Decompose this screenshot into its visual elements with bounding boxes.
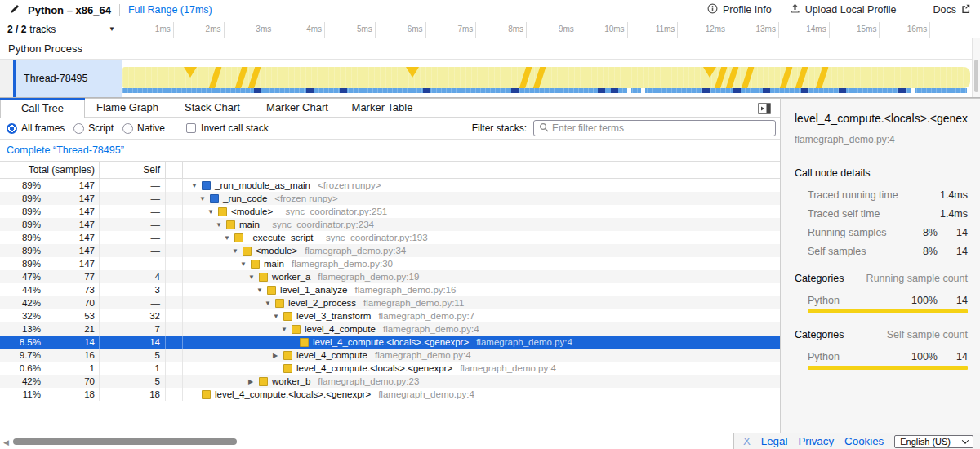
full-range-button[interactable]: Full Range (17ms): [128, 4, 212, 16]
row-tree-cell: level_4_compute.<locals>.<genexpr>flameg…: [183, 388, 780, 401]
tab-flame-graph[interactable]: Flame Graph: [85, 99, 170, 118]
samples-strip[interactable]: [122, 88, 967, 93]
tree-row[interactable]: 89%147—▼<module>flamegraph_demo.py:34: [0, 244, 780, 257]
footer-link-legal[interactable]: Legal: [761, 435, 788, 447]
track-marker-slash: [741, 67, 755, 88]
row-total-count: 1: [45, 362, 100, 375]
row-self: 5: [100, 375, 166, 388]
row-total-percent: 89%: [0, 257, 45, 270]
detail-value: 14: [938, 227, 968, 238]
expander-collapsed-icon[interactable]: ▶: [273, 352, 283, 359]
expander-expanded-icon[interactable]: ▼: [248, 273, 259, 281]
footer-close-button[interactable]: X: [743, 435, 751, 447]
tab-call-tree[interactable]: Call Tree: [0, 99, 85, 118]
category-square-icon: [300, 338, 309, 347]
docs-button[interactable]: Docs: [933, 4, 970, 16]
tree-row[interactable]: 89%147—▼<module>_sync_coordinator.py:251: [0, 205, 780, 218]
category-square-icon: [267, 286, 276, 295]
tab-marker-table[interactable]: Marker Table: [340, 99, 425, 118]
detail-label: Traced running time: [808, 189, 900, 201]
row-total-count: 14: [45, 336, 100, 349]
tab-marker-chart[interactable]: Marker Chart: [255, 99, 340, 118]
filter-stacks-input[interactable]: [552, 122, 770, 134]
tracks-dropdown-button[interactable]: 2 / 2 tracks ▼: [0, 20, 122, 38]
tree-row[interactable]: 13%217▼level_4_computeflamegraph_demo.py…: [0, 322, 780, 336]
expander-expanded-icon[interactable]: ▼: [224, 234, 234, 242]
sidebar-toggle-icon[interactable]: [758, 102, 771, 114]
expander-expanded-icon[interactable]: ▼: [191, 182, 202, 189]
sample-dark-segment: [598, 88, 605, 93]
expander-expanded-icon[interactable]: ▼: [199, 195, 210, 202]
header-divider: [119, 4, 120, 16]
expander-expanded-icon[interactable]: ▼: [207, 208, 218, 216]
thread-track[interactable]: Thread-78495: [0, 60, 980, 97]
detail-value: 1.4ms: [938, 189, 968, 201]
scroll-left-icon[interactable]: ◀: [3, 438, 9, 447]
radio-script[interactable]: Script: [74, 122, 114, 134]
tree-row[interactable]: 47%774▼worker_aflamegraph_demo.py:19: [0, 270, 780, 283]
row-tree-cell: ▼worker_aflamegraph_demo.py:19: [183, 270, 780, 283]
tracks-vertical-scrollbar[interactable]: [972, 38, 980, 97]
detail-value: 1.4ms: [938, 208, 968, 220]
activity-band[interactable]: [122, 67, 970, 88]
tree-row[interactable]: 89%147—▼_execute_script_sync_coordinator…: [0, 231, 780, 244]
profile-name[interactable]: Python – x86_64: [28, 4, 111, 16]
row-tree-cell: ▼<module>_sync_coordinator.py:251: [183, 205, 780, 218]
profile-info-button[interactable]: Profile Info: [707, 3, 772, 16]
tree-row[interactable]: 8.5%1414level_4_compute.<locals>.<genexp…: [0, 336, 780, 349]
tree-row[interactable]: 44%733▼level_1_analyzeflamegraph_demo.py…: [0, 283, 780, 296]
horizontal-scrollbar[interactable]: ◀: [0, 438, 780, 447]
expander-collapsed-icon[interactable]: ▶: [248, 378, 259, 385]
edit-profile-name-icon[interactable]: [10, 2, 20, 17]
tree-row[interactable]: 89%147—▼_run_module_as_main<frozen runpy…: [0, 179, 780, 192]
row-tree-cell: ▼_run_module_as_main<frozen runpy>: [183, 179, 780, 192]
tree-row[interactable]: 89%147—▼mainflamegraph_demo.py:30: [0, 257, 780, 270]
expander-expanded-icon[interactable]: ▼: [265, 300, 275, 307]
tree-row[interactable]: 0.6%11level_4_compute.<locals>.<genexpr>…: [0, 362, 780, 375]
radio-all-frames[interactable]: All frames: [7, 122, 65, 134]
vertical-scrollbar-thumb[interactable]: [974, 60, 978, 92]
tree-row[interactable]: 42%70—▼level_2_processflamegraph_demo.py…: [0, 296, 780, 309]
expander-expanded-icon[interactable]: ▼: [216, 221, 226, 229]
tab-stack-chart[interactable]: Stack Chart: [170, 99, 255, 118]
tree-row[interactable]: 89%147—▼main_sync_coordinator.py:234: [0, 218, 780, 231]
detail-row: Traced running time 1.4ms: [808, 189, 968, 201]
breadcrumb-complete-thread[interactable]: Complete “Thread-78495”: [7, 144, 124, 156]
row-icon-cell: [166, 179, 183, 192]
tree-row[interactable]: 11%1818level_4_compute.<locals>.<genexpr…: [0, 388, 780, 401]
tree-row[interactable]: 9.7%165▶level_4_computeflamegraph_demo.p…: [0, 349, 780, 362]
tree-row[interactable]: 32%5332▼level_3_transformflamegraph_demo…: [0, 309, 780, 322]
call-node-details-header: Call node details: [795, 167, 968, 179]
horizontal-scrollbar-thumb[interactable]: [13, 438, 237, 445]
row-total-count: 73: [45, 283, 100, 296]
sample-gap: [911, 88, 915, 93]
radio-native[interactable]: Native: [122, 122, 165, 134]
row-self: 18: [100, 388, 166, 401]
tree-row[interactable]: 42%705▶worker_bflamegraph_demo.py:23: [0, 375, 780, 388]
expander-expanded-icon[interactable]: ▼: [256, 287, 267, 294]
thread-activity-graph[interactable]: [122, 60, 972, 97]
category-square-icon: [275, 299, 284, 308]
upload-profile-button[interactable]: Upload Local Profile: [790, 3, 897, 16]
row-total-percent: 89%: [0, 244, 45, 257]
expander-expanded-icon[interactable]: ▼: [240, 260, 251, 268]
thread-label[interactable]: Thread-78495: [16, 60, 122, 97]
tree-row[interactable]: 89%147—▼_run_code<frozen runpy>: [0, 192, 780, 205]
column-self[interactable]: Self: [100, 162, 166, 178]
expander-expanded-icon[interactable]: ▼: [281, 326, 292, 333]
row-total-count: 70: [45, 375, 100, 388]
column-total-samples[interactable]: Total (samples): [0, 162, 100, 178]
expander-expanded-icon[interactable]: ▼: [232, 247, 243, 255]
language-select[interactable]: English (US): [894, 435, 973, 448]
row-total-percent: 89%: [0, 231, 45, 244]
expander-expanded-icon[interactable]: ▼: [273, 313, 283, 320]
file-location: flamegraph_demo.py:34: [305, 246, 406, 256]
radio-icon: [74, 123, 84, 134]
tabbar-filler: [425, 99, 780, 118]
invert-call-stack-checkbox[interactable]: Invert call stack: [186, 122, 269, 134]
footer-link-cookies[interactable]: Cookies: [844, 435, 884, 447]
row-self: 7: [100, 322, 166, 336]
process-track-header[interactable]: Python Process: [0, 38, 980, 60]
footer-link-privacy[interactable]: Privacy: [798, 435, 834, 447]
indent-spacer: [191, 355, 273, 356]
